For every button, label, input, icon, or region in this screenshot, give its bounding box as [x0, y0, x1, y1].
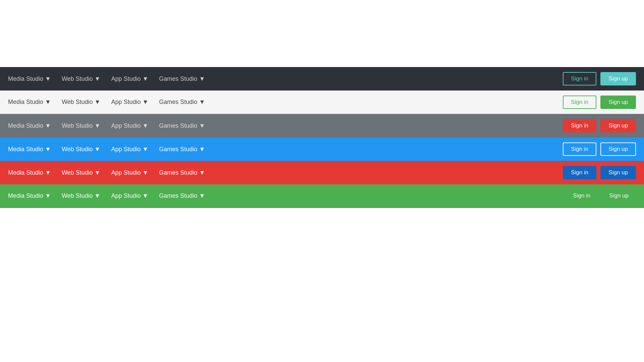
nav-actions-6: Sign in Sign up — [566, 190, 636, 202]
nav-links-2: Media Studio ▼ Web Studio ▼ App Studio ▼… — [8, 99, 205, 106]
nav-games-studio-4[interactable]: Games Studio ▼ — [159, 146, 205, 153]
nav-actions-1: Sign in Sign up — [563, 72, 636, 85]
nav-web-studio-4[interactable]: Web Studio ▼ — [62, 146, 101, 153]
signup-button-2[interactable]: Sign up — [600, 96, 636, 109]
nav-web-studio-6[interactable]: Web Studio ▼ — [62, 192, 101, 199]
signup-button-4[interactable]: Sign up — [600, 142, 636, 156]
nav-app-studio-3[interactable]: App Studio ▼ — [111, 122, 148, 129]
nav-links-5: Media Studio ▼ Web Studio ▼ App Studio ▼… — [8, 169, 205, 176]
navbar-green: Media Studio ▼ Web Studio ▼ App Studio ▼… — [0, 184, 644, 208]
nav-media-studio-6[interactable]: Media Studio ▼ — [8, 192, 51, 199]
signup-button-3[interactable]: Sign up — [600, 119, 636, 132]
nav-media-studio-2[interactable]: Media Studio ▼ — [8, 99, 51, 106]
nav-actions-5: Sign in Sign up — [563, 166, 636, 179]
nav-web-studio-1[interactable]: Web Studio ▼ — [62, 75, 101, 82]
nav-games-studio-1[interactable]: Games Studio ▼ — [159, 75, 205, 82]
signin-button-6[interactable]: Sign in — [566, 190, 598, 202]
signup-button-1[interactable]: Sign up — [600, 72, 636, 85]
signin-button-5[interactable]: Sign in — [563, 166, 596, 179]
navbar-blue: Media Studio ▼ Web Studio ▼ App Studio ▼… — [0, 137, 644, 161]
nav-links-3: Media Studio ▼ Web Studio ▼ App Studio ▼… — [8, 122, 205, 129]
nav-media-studio-4[interactable]: Media Studio ▼ — [8, 146, 51, 153]
nav-games-studio-3[interactable]: Games Studio ▼ — [159, 122, 205, 129]
nav-web-studio-5[interactable]: Web Studio ▼ — [62, 169, 101, 176]
nav-links-4: Media Studio ▼ Web Studio ▼ App Studio ▼… — [8, 146, 205, 153]
nav-app-studio-6[interactable]: App Studio ▼ — [111, 192, 148, 199]
nav-links-6: Media Studio ▼ Web Studio ▼ App Studio ▼… — [8, 192, 205, 199]
nav-web-studio-2[interactable]: Web Studio ▼ — [62, 99, 101, 106]
navbar-light: Media Studio ▼ Web Studio ▼ App Studio ▼… — [0, 90, 644, 114]
nav-app-studio-4[interactable]: App Studio ▼ — [111, 146, 148, 153]
signin-button-2[interactable]: Sign in — [563, 96, 596, 109]
nav-games-studio-2[interactable]: Games Studio ▼ — [159, 99, 205, 106]
signin-button-4[interactable]: Sign in — [563, 142, 596, 156]
nav-app-studio-2[interactable]: App Studio ▼ — [111, 99, 148, 106]
nav-media-studio-5[interactable]: Media Studio ▼ — [8, 169, 51, 176]
nav-app-studio-1[interactable]: App Studio ▼ — [111, 75, 148, 82]
signup-button-5[interactable]: Sign up — [600, 166, 636, 179]
nav-games-studio-6[interactable]: Games Studio ▼ — [159, 192, 205, 199]
signup-button-6[interactable]: Sign up — [602, 190, 636, 202]
nav-actions-4: Sign in Sign up — [563, 142, 636, 156]
nav-app-studio-5[interactable]: App Studio ▼ — [111, 169, 148, 176]
top-spacer — [0, 0, 644, 67]
nav-actions-3: Sign in Sign up — [563, 119, 636, 132]
nav-web-studio-3[interactable]: Web Studio ▼ — [62, 122, 101, 129]
signin-button-1[interactable]: Sign in — [563, 72, 596, 85]
navbar-red: Media Studio ▼ Web Studio ▼ App Studio ▼… — [0, 161, 644, 184]
navbar-dark: Media Studio ▼ Web Studio ▼ App Studio ▼… — [0, 67, 644, 90]
nav-media-studio-3[interactable]: Media Studio ▼ — [8, 122, 51, 129]
navbar-gray: Media Studio ▼ Web Studio ▼ App Studio ▼… — [0, 114, 644, 137]
nav-media-studio-1[interactable]: Media Studio ▼ — [8, 75, 51, 82]
nav-games-studio-5[interactable]: Games Studio ▼ — [159, 169, 205, 176]
signin-button-3[interactable]: Sign in — [563, 119, 596, 132]
nav-actions-2: Sign in Sign up — [563, 96, 636, 109]
nav-links-1: Media Studio ▼ Web Studio ▼ App Studio ▼… — [8, 75, 205, 82]
